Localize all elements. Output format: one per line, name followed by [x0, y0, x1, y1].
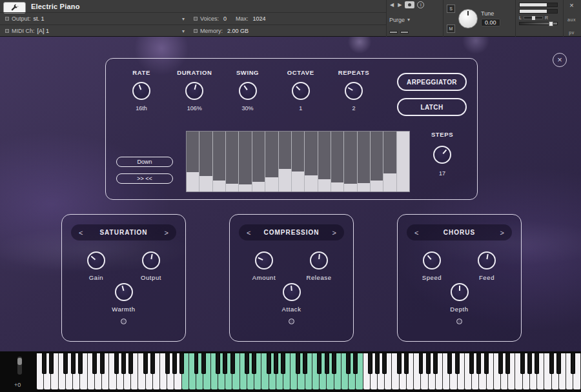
amount-knob[interactable] [255, 251, 273, 270]
black-key[interactable] [484, 353, 489, 374]
swing-knob[interactable] [239, 82, 257, 100]
step-bar[interactable] [371, 132, 383, 191]
step-bar[interactable] [226, 132, 239, 191]
black-key[interactable] [267, 353, 271, 374]
speed-knob[interactable] [423, 251, 441, 270]
tune-knob[interactable] [458, 9, 478, 28]
solo-button[interactable]: S [447, 5, 455, 13]
black-key[interactable] [382, 353, 387, 374]
output-knob[interactable] [142, 251, 160, 270]
pan-slider[interactable] [524, 16, 543, 19]
compression-power-led[interactable] [289, 318, 294, 324]
release-knob[interactable] [310, 251, 328, 270]
step-sequencer[interactable] [186, 131, 410, 192]
prev-instrument-button[interactable]: ◀ [389, 1, 394, 8]
transpose-value[interactable]: +0 [14, 382, 21, 388]
chorus-power-led[interactable] [456, 318, 462, 324]
order-button[interactable]: >> << [116, 173, 173, 184]
black-key[interactable] [317, 353, 321, 374]
step-bar[interactable] [239, 132, 252, 191]
gain-knob[interactable] [87, 251, 105, 270]
black-key[interactable] [556, 353, 561, 374]
next-effect-icon[interactable]: > [500, 229, 504, 237]
step-bar[interactable] [279, 132, 292, 191]
black-key[interactable] [368, 353, 372, 374]
black-key[interactable] [121, 353, 126, 374]
black-key[interactable] [419, 353, 423, 374]
step-bar[interactable] [252, 132, 265, 191]
warmth-knob[interactable] [115, 283, 133, 301]
black-key[interactable] [201, 353, 206, 374]
step-bar[interactable] [318, 132, 331, 191]
step-bar[interactable] [187, 132, 199, 191]
aux-toggle[interactable]: aux [567, 17, 576, 22]
next-instrument-button[interactable]: ▶ [397, 1, 402, 8]
black-key[interactable] [245, 353, 249, 374]
black-key[interactable] [274, 353, 278, 374]
prev-effect-icon[interactable]: < [247, 229, 250, 237]
mute-button[interactable]: M [447, 24, 455, 33]
black-key[interactable] [455, 353, 460, 374]
black-key[interactable] [194, 353, 199, 374]
black-key[interactable] [42, 353, 46, 374]
step-bar[interactable] [397, 132, 409, 191]
black-key[interactable] [498, 353, 503, 374]
feed-knob[interactable] [478, 251, 496, 270]
black-key[interactable] [433, 353, 438, 374]
close-icon[interactable]: × [569, 2, 573, 8]
black-key[interactable] [325, 353, 329, 374]
black-key[interactable] [296, 353, 300, 374]
black-key[interactable] [426, 353, 431, 374]
black-key[interactable] [100, 353, 105, 374]
step-bar[interactable] [344, 132, 357, 191]
black-key[interactable] [397, 353, 402, 374]
depth-knob[interactable] [451, 283, 469, 301]
keyboard-scroll-handle[interactable] [17, 358, 22, 365]
prev-effect-icon[interactable]: < [414, 229, 418, 237]
black-key[interactable] [216, 353, 220, 374]
next-effect-icon[interactable]: > [332, 229, 336, 237]
step-bar[interactable] [383, 132, 396, 191]
repeats-knob[interactable] [345, 82, 363, 100]
black-key[interactable] [128, 353, 133, 374]
attack-knob[interactable] [283, 283, 301, 301]
step-bar[interactable] [358, 132, 371, 191]
black-key[interactable] [230, 353, 235, 374]
black-key[interactable] [476, 353, 481, 374]
black-key[interactable] [303, 353, 307, 374]
black-key[interactable] [375, 353, 380, 374]
black-key[interactable] [252, 353, 256, 374]
octave-knob[interactable] [292, 82, 310, 100]
black-key[interactable] [172, 353, 177, 374]
black-key[interactable] [353, 353, 358, 374]
black-key[interactable] [505, 353, 510, 374]
black-key[interactable] [332, 353, 336, 374]
pv-toggle[interactable]: pv [569, 30, 574, 35]
black-key[interactable] [114, 353, 119, 374]
snapshot-camera-icon[interactable] [405, 1, 414, 8]
arpeggiator-toggle-button[interactable]: ARPEGGIATOR [397, 73, 467, 91]
black-key[interactable] [469, 353, 474, 374]
black-key[interactable] [447, 353, 452, 374]
pan-handle[interactable] [532, 16, 535, 20]
black-key[interactable] [535, 353, 539, 374]
info-icon[interactable]: i [417, 1, 424, 8]
purge-button[interactable]: Purge ▾ [389, 17, 410, 23]
latch-toggle-button[interactable]: LATCH [397, 98, 467, 116]
step-bar[interactable] [292, 132, 305, 191]
black-key[interactable] [346, 353, 351, 374]
black-key[interactable] [281, 353, 285, 374]
black-key[interactable] [527, 353, 532, 374]
step-bar[interactable] [305, 132, 318, 191]
black-key[interactable] [223, 353, 227, 374]
output-dropdown[interactable]: Output: st. 1 ▾ [5, 15, 185, 22]
step-bar[interactable] [213, 132, 226, 191]
black-key[interactable] [78, 353, 83, 374]
black-key[interactable] [404, 353, 409, 374]
black-key[interactable] [92, 353, 97, 374]
black-key[interactable] [71, 353, 76, 374]
midi-channel-dropdown[interactable]: MIDI Ch: [A] 1 ▾ [5, 28, 185, 34]
black-key[interactable] [165, 353, 170, 374]
direction-button[interactable]: Down [116, 157, 173, 167]
black-key[interactable] [549, 353, 554, 374]
